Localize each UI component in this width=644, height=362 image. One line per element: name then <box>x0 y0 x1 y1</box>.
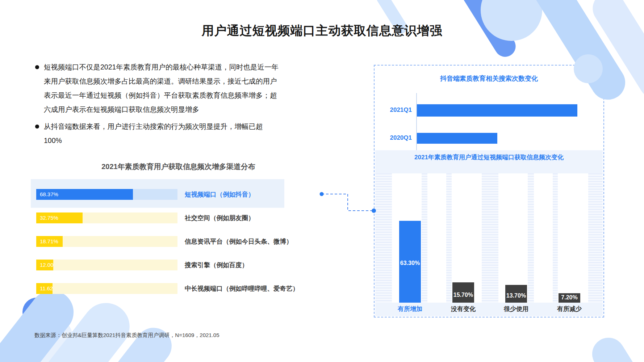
slide: 用户通过短视频端口主动获取信息意识增强 短视频端口不仅是2021年素质教育用户的… <box>0 0 644 362</box>
bar-value: 68.37% <box>36 191 58 197</box>
frequency-category-labels: 有所增加 没有变化 很少使用 有所减少 <box>375 305 603 314</box>
deco-capsule-bottom-right <box>586 332 644 362</box>
channel-label: 信息资讯平台（例如今日头条、微博） <box>185 230 293 253</box>
channel-label: 社交空间（例如朋友圈） <box>185 206 255 230</box>
search-bar-2020q1 <box>417 133 497 144</box>
data-source-note: 数据来源：创业邦&巨量算数2021抖音素质教育用户调研，N=1609，2021.… <box>34 332 219 339</box>
bar-value: 32.75% <box>36 215 58 221</box>
bullet-line: 100% <box>44 134 288 148</box>
search-bar-label: 2020Q1 <box>375 134 412 142</box>
freq-bar-value: 7.20% <box>559 294 580 301</box>
bar-fill: 12.00% <box>36 260 53 270</box>
category-label: 没有变化 <box>438 305 489 313</box>
bar-track: 11.62% <box>36 283 177 294</box>
channel-label: 搜索引擎（例如百度） <box>185 253 248 277</box>
channel-row: 32.75% 社交空间（例如朋友圈） <box>31 206 328 230</box>
channel-row: 18.71% 信息资讯平台（例如今日头条、微博） <box>31 230 328 253</box>
bar-track: 18.71% <box>36 236 177 247</box>
category-label: 有所减少 <box>544 305 595 313</box>
freq-bar-value: 15.70% <box>452 292 474 298</box>
left-chart-title: 2021年素质教育用户获取信息频次增多渠道分布 <box>31 162 326 172</box>
freq-bar-no-change: 15.70% <box>452 282 474 303</box>
category-label: 有所增加 <box>385 305 435 313</box>
bullet-item: 短视频端口不仅是2021年素质教育用户的最核心种草渠道，同时也是近一年 来用户获… <box>34 60 288 117</box>
bullet-line: 六成用户表示在短视频端口获取信息频次明显增多 <box>44 102 288 117</box>
bullet-line: 来用户获取信息频次增多占比最高的渠道。调研结果显示，接近七成的用户 <box>44 74 288 88</box>
freq-bar-increase: 63.30% <box>399 221 421 303</box>
douyin-data-panel: 抖音端素质教育相关搜索次数变化 2021Q1 2020Q1 2021年素质教育用… <box>374 65 604 317</box>
bar-track: 12.00% <box>36 260 177 270</box>
deco-blob <box>574 54 603 83</box>
column-strip <box>558 173 581 303</box>
bullet-item: 从抖音端数据来看，用户进行主动搜索的行为频次明显提升，增幅已超 100% <box>34 119 288 148</box>
frequency-chart-section: 2021年素质教育用户通过短视频端口获取信息频次变化 63.30% 15.70%… <box>375 150 603 316</box>
bullet-dot-icon <box>35 65 39 69</box>
bar-fill: 18.71% <box>36 236 63 247</box>
channel-label: 中长视频端口（例如哔哩哔哩、爱奇艺） <box>185 277 299 300</box>
frequency-chart-title: 2021年素质教育用户通过短视频端口获取信息频次变化 <box>375 153 603 161</box>
search-chart-title: 抖音端素质教育相关搜索次数变化 <box>375 74 603 83</box>
channel-row: 11.62% 中长视频端口（例如哔哩哔哩、爱奇艺） <box>31 277 328 300</box>
connector-dot-left <box>320 192 324 196</box>
bar-track: 68.37% <box>36 189 177 200</box>
bar-fill: 11.62% <box>36 283 53 294</box>
channel-label: 短视频端口（例如抖音） <box>185 183 255 206</box>
category-label: 很少使用 <box>491 305 541 313</box>
freq-bar-rarely-use: 13.70% <box>505 285 527 303</box>
bar-track: 32.75% <box>36 212 177 223</box>
bullet-list: 短视频端口不仅是2021年素质教育用户的最核心种草渠道，同时也是近一年 来用户获… <box>34 60 288 148</box>
search-bar-label: 2021Q1 <box>375 106 412 114</box>
page-title: 用户通过短视频端口主动获取信息意识增强 <box>0 22 644 39</box>
bar-value: 18.71% <box>36 238 58 244</box>
bar-value: 11.62% <box>36 285 53 291</box>
freq-bar-value: 13.70% <box>505 292 527 299</box>
frequency-plot-area: 63.30% 15.70% 13.70% 7.20% <box>375 173 603 303</box>
bullet-dot-icon <box>35 125 39 129</box>
bar-value: 12.00% <box>36 262 53 268</box>
freq-bar-decrease: 7.20% <box>559 293 580 303</box>
column-strip <box>505 173 528 303</box>
freq-bar-value: 63.30% <box>399 260 421 266</box>
bullet-line: 从抖音端数据来看，用户进行主动搜索的行为频次明显提升，增幅已超 <box>44 119 288 134</box>
bullet-line: 表示最近一年通过短视频（例如抖音）平台获取素质教育信息频率增多；超 <box>44 88 288 102</box>
channel-row: 68.37% 短视频端口（例如抖音） <box>31 183 328 206</box>
channel-row: 12.00% 搜索引擎（例如百度） <box>31 253 328 277</box>
bar-fill: 32.75% <box>36 212 83 223</box>
connector-dot-right <box>372 209 376 213</box>
connector-line <box>319 190 380 218</box>
bar-fill: 68.37% <box>36 189 133 200</box>
bullet-line: 短视频端口不仅是2021年素质教育用户的最核心种草渠道，同时也是近一年 <box>44 60 288 74</box>
search-bar-2021q1 <box>417 104 577 117</box>
